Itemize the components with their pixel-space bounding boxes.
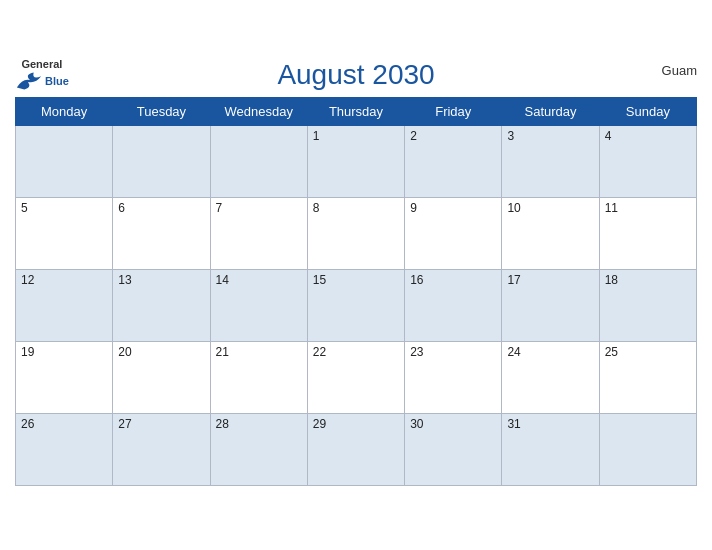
col-sunday: Sunday <box>599 98 696 126</box>
calendar-day-cell: 25 <box>599 342 696 414</box>
day-number: 11 <box>605 201 618 215</box>
day-number: 27 <box>118 417 131 431</box>
day-number: 20 <box>118 345 131 359</box>
calendar-day-cell: 9 <box>405 198 502 270</box>
logo-bird-icon <box>15 70 43 92</box>
calendar-day-cell: 16 <box>405 270 502 342</box>
day-number: 17 <box>507 273 520 287</box>
calendar-thead: Monday Tuesday Wednesday Thursday Friday… <box>16 98 697 126</box>
day-number: 3 <box>507 129 514 143</box>
calendar-day-cell <box>113 126 210 198</box>
col-tuesday: Tuesday <box>113 98 210 126</box>
calendar-day-cell: 11 <box>599 198 696 270</box>
calendar-week-row: 262728293031 <box>16 414 697 486</box>
calendar-week-row: 1234 <box>16 126 697 198</box>
day-number: 21 <box>216 345 229 359</box>
calendar-body: 1234567891011121314151617181920212223242… <box>16 126 697 486</box>
calendar-day-cell: 6 <box>113 198 210 270</box>
calendar-week-row: 12131415161718 <box>16 270 697 342</box>
calendar-day-cell: 28 <box>210 414 307 486</box>
calendar-day-cell: 4 <box>599 126 696 198</box>
calendar-day-cell: 15 <box>307 270 404 342</box>
calendar-day-cell: 22 <box>307 342 404 414</box>
day-number: 5 <box>21 201 28 215</box>
day-number: 24 <box>507 345 520 359</box>
day-number: 6 <box>118 201 125 215</box>
day-number: 14 <box>216 273 229 287</box>
calendar-table: Monday Tuesday Wednesday Thursday Friday… <box>15 97 697 486</box>
logo-blue: Blue <box>45 76 69 87</box>
col-thursday: Thursday <box>307 98 404 126</box>
day-number: 4 <box>605 129 612 143</box>
calendar-day-cell: 21 <box>210 342 307 414</box>
calendar-day-cell: 13 <box>113 270 210 342</box>
calendar-title: August 2030 <box>277 59 434 91</box>
calendar-day-cell <box>16 126 113 198</box>
col-friday: Friday <box>405 98 502 126</box>
calendar-day-cell <box>599 414 696 486</box>
day-number: 1 <box>313 129 320 143</box>
day-number: 28 <box>216 417 229 431</box>
col-monday: Monday <box>16 98 113 126</box>
calendar-day-cell: 1 <box>307 126 404 198</box>
day-number: 23 <box>410 345 423 359</box>
calendar-day-cell: 12 <box>16 270 113 342</box>
calendar-day-cell: 7 <box>210 198 307 270</box>
calendar-week-row: 567891011 <box>16 198 697 270</box>
calendar-day-cell: 24 <box>502 342 599 414</box>
calendar-day-cell: 30 <box>405 414 502 486</box>
calendar-day-cell <box>210 126 307 198</box>
calendar-day-cell: 19 <box>16 342 113 414</box>
calendar-day-cell: 26 <box>16 414 113 486</box>
calendar: General Blue August 2030 Guam Monday Tue… <box>0 49 712 501</box>
day-number: 15 <box>313 273 326 287</box>
calendar-day-cell: 27 <box>113 414 210 486</box>
calendar-day-cell: 2 <box>405 126 502 198</box>
calendar-header: General Blue August 2030 Guam <box>15 59 697 91</box>
calendar-day-cell: 20 <box>113 342 210 414</box>
col-wednesday: Wednesday <box>210 98 307 126</box>
logo: General Blue <box>15 59 69 92</box>
calendar-day-cell: 29 <box>307 414 404 486</box>
logo-general: General <box>21 59 62 70</box>
calendar-week-row: 19202122232425 <box>16 342 697 414</box>
day-number: 31 <box>507 417 520 431</box>
day-number: 26 <box>21 417 34 431</box>
calendar-day-cell: 14 <box>210 270 307 342</box>
col-saturday: Saturday <box>502 98 599 126</box>
day-number: 18 <box>605 273 618 287</box>
day-number: 7 <box>216 201 223 215</box>
day-number: 8 <box>313 201 320 215</box>
calendar-day-cell: 23 <box>405 342 502 414</box>
calendar-day-cell: 5 <box>16 198 113 270</box>
day-number: 12 <box>21 273 34 287</box>
calendar-day-cell: 10 <box>502 198 599 270</box>
day-number: 25 <box>605 345 618 359</box>
day-number: 22 <box>313 345 326 359</box>
day-number: 2 <box>410 129 417 143</box>
day-number: 30 <box>410 417 423 431</box>
day-number: 16 <box>410 273 423 287</box>
day-number: 29 <box>313 417 326 431</box>
region-label: Guam <box>662 63 697 78</box>
calendar-day-cell: 3 <box>502 126 599 198</box>
calendar-day-cell: 18 <box>599 270 696 342</box>
weekday-header-row: Monday Tuesday Wednesday Thursday Friday… <box>16 98 697 126</box>
calendar-day-cell: 8 <box>307 198 404 270</box>
calendar-day-cell: 17 <box>502 270 599 342</box>
day-number: 13 <box>118 273 131 287</box>
calendar-day-cell: 31 <box>502 414 599 486</box>
day-number: 10 <box>507 201 520 215</box>
day-number: 19 <box>21 345 34 359</box>
day-number: 9 <box>410 201 417 215</box>
